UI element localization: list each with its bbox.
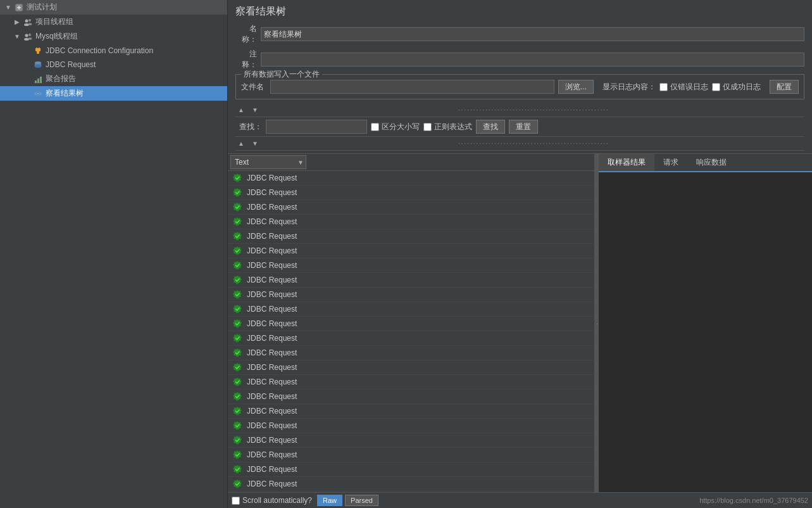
sidebar-item-test-plan[interactable]: ▼ 测试计划 <box>0 0 227 15</box>
list-item[interactable]: JDBC Request <box>228 433 594 448</box>
collapse-down-btn-2[interactable]: ▼ <box>249 139 261 148</box>
collapse-toolbar-2: ▲ ▼ ····································… <box>235 137 804 151</box>
success-icon <box>232 245 243 257</box>
file-input[interactable] <box>270 80 554 94</box>
sidebar-item-jdbc-request[interactable]: ▶ JDBC Request <box>0 58 227 72</box>
success-only-checkbox[interactable] <box>712 83 720 91</box>
svg-point-17 <box>35 65 41 68</box>
success-icon <box>232 449 243 460</box>
item-label: JDBC Request <box>247 319 297 328</box>
sidebar-item-jdbc-config[interactable]: ▶ JDBC Connection Configuration <box>0 44 227 58</box>
success-only-checkbox-label[interactable]: 仅成功日志 <box>712 82 761 92</box>
error-only-checkbox[interactable] <box>659 83 668 91</box>
collapse-up-btn-2[interactable]: ▲ <box>235 139 247 148</box>
format-select-container[interactable]: Text JSON XML HTML RegExp Tester ▼ <box>230 155 306 169</box>
list-item[interactable]: JDBC Request <box>228 404 594 419</box>
list-item[interactable]: JDBC Request <box>228 244 594 258</box>
expand-arrow-mysql[interactable]: ▼ <box>13 32 22 41</box>
item-label: JDBC Request <box>247 217 297 226</box>
svg-point-3 <box>25 19 28 22</box>
list-item[interactable]: JDBC Request <box>228 215 594 229</box>
eye-icon <box>33 89 43 99</box>
list-item[interactable]: JDBC Request <box>228 273 594 288</box>
list-item[interactable]: JDBC Request <box>228 419 594 433</box>
regex-text: 正则表达式 <box>434 122 472 132</box>
scroll-auto-checkbox[interactable] <box>232 497 240 505</box>
split-panel: Text JSON XML HTML RegExp Tester ▼ <box>228 154 812 492</box>
list-item[interactable]: JDBC Request <box>228 462 594 477</box>
plug-icon <box>33 46 43 56</box>
sidebar-item-aggregate-report[interactable]: ▶ 聚合报告 <box>0 72 227 86</box>
success-icon <box>232 391 243 402</box>
expand-arrow-thread-group[interactable]: ▶ <box>13 18 22 27</box>
search-button[interactable]: 查找 <box>476 120 505 134</box>
list-item[interactable]: JDBC Request <box>228 200 594 215</box>
name-row: 名称： <box>235 23 804 45</box>
file-row: 文件名 浏览... 显示日志内容： 仅错误日志 仅成功日志 配置 <box>241 77 799 96</box>
list-item[interactable]: JDBC Request <box>228 229 594 244</box>
tab-request[interactable]: 请求 <box>654 154 687 172</box>
list-item[interactable]: JDBC Request <box>228 360 594 375</box>
jdbc-request-list: JDBC Request JDBC Request JDBC Request <box>228 171 594 492</box>
tab-sampler-result[interactable]: 取样器结果 <box>599 154 654 172</box>
item-label: JDBC Request <box>247 363 297 372</box>
tab-response-data[interactable]: 响应数据 <box>687 154 735 172</box>
svg-rect-22 <box>40 77 42 83</box>
sidebar-item-thread-group[interactable]: ▶ 项目线程组 <box>0 15 227 29</box>
success-icon <box>232 303 243 315</box>
expand-arrow-test-plan[interactable]: ▼ <box>4 3 13 12</box>
comment-input[interactable] <box>261 53 804 67</box>
item-label: JDBC Request <box>247 305 297 314</box>
list-item[interactable]: JDBC Request <box>228 375 594 390</box>
error-only-label: 仅错误日志 <box>670 82 708 92</box>
list-item[interactable]: JDBC Request <box>228 317 594 331</box>
format-select[interactable]: Text JSON XML HTML RegExp Tester <box>230 155 306 169</box>
item-label: JDBC Request <box>247 421 297 430</box>
list-item[interactable]: JDBC Request <box>228 448 594 462</box>
list-item[interactable]: JDBC Request <box>228 171 594 186</box>
mysql-users-icon <box>23 32 33 42</box>
tab-parsed[interactable]: Parsed <box>345 495 378 506</box>
detail-panel: 取样器结果 请求 响应数据 <box>599 154 812 492</box>
users-icon <box>23 17 33 27</box>
browse-button[interactable]: 浏览... <box>558 80 594 94</box>
list-item[interactable]: JDBC Request <box>228 331 594 346</box>
comment-row: 注释： <box>235 49 804 70</box>
search-input[interactable] <box>266 120 367 134</box>
list-item[interactable]: JDBC Request <box>228 477 594 492</box>
item-label: JDBC Request <box>247 378 297 386</box>
collapse-up-btn-1[interactable]: ▲ <box>235 105 247 115</box>
success-icon <box>232 260 243 271</box>
success-icon <box>232 216 243 227</box>
svg-point-7 <box>25 34 28 37</box>
list-item[interactable]: JDBC Request <box>228 288 594 302</box>
list-panel: Text JSON XML HTML RegExp Tester ▼ <box>228 154 595 492</box>
list-item[interactable]: JDBC Request <box>228 258 594 273</box>
collapse-down-btn-1[interactable]: ▼ <box>249 105 261 115</box>
success-icon <box>232 420 243 431</box>
error-only-checkbox-label[interactable]: 仅错误日志 <box>659 82 708 92</box>
sidebar-item-view-results[interactable]: ▶ 察看结果树 <box>0 86 227 101</box>
success-icon <box>232 347 243 359</box>
config-button[interactable]: 配置 <box>770 80 799 94</box>
regex-checkbox[interactable] <box>423 123 432 131</box>
reset-button[interactable]: 重置 <box>509 120 538 134</box>
list-item[interactable]: JDBC Request <box>228 302 594 317</box>
item-label: JDBC Request <box>247 174 297 182</box>
scroll-auto-label[interactable]: Scroll automatically? <box>232 496 312 505</box>
list-item[interactable]: JDBC Request <box>228 186 594 200</box>
item-label: JDBC Request <box>247 334 297 343</box>
success-icon <box>232 478 243 490</box>
case-sensitive-checkbox[interactable] <box>371 123 379 131</box>
list-item[interactable]: JDBC Request <box>228 346 594 360</box>
chart-icon <box>33 74 43 84</box>
case-sensitive-label[interactable]: 区分大小写 <box>371 122 420 132</box>
tab-raw[interactable]: Raw <box>317 495 342 506</box>
wrench-icon <box>14 3 24 13</box>
sidebar-item-mysql-group[interactable]: ▼ Mysql线程组 <box>0 29 227 44</box>
item-label: JDBC Request <box>247 290 297 299</box>
name-input[interactable] <box>261 27 804 41</box>
regex-label[interactable]: 正则表达式 <box>423 122 472 132</box>
list-item[interactable]: JDBC Request <box>228 390 594 404</box>
sidebar-label-mysql-group: Mysql线程组 <box>35 31 78 42</box>
